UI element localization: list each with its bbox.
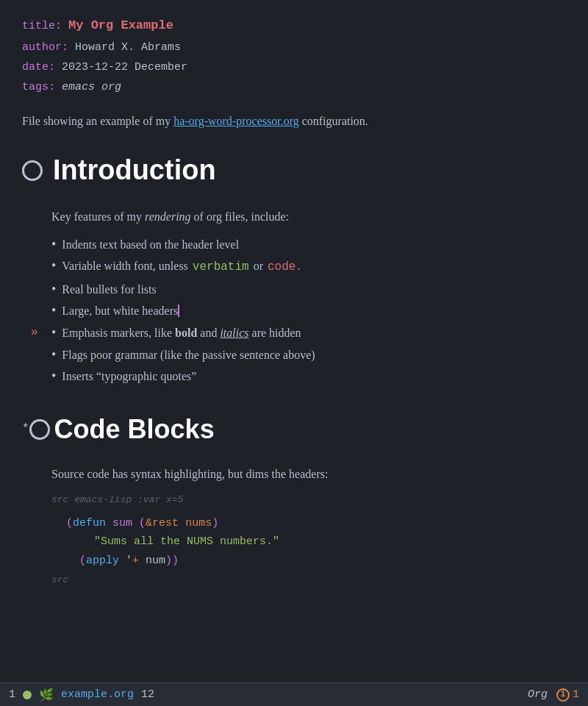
list-item: • Large, but white headers xyxy=(51,302,566,321)
title-key: title: xyxy=(22,20,62,32)
defun-keyword: defun xyxy=(73,517,106,530)
section1-intro: Key features of my rendering of org file… xyxy=(51,207,566,227)
list-item: • Variable width font, unless verbatim o… xyxy=(51,257,566,277)
bullet-icon: • xyxy=(51,326,56,339)
section1-list: • Indents text based on the header level… xyxy=(51,235,566,386)
list-item-text: Real bullets for lists xyxy=(62,280,156,299)
list-item: • Flags poor grammar (like the passive s… xyxy=(51,346,566,365)
nums-param: nums xyxy=(185,517,212,530)
date-key: date: xyxy=(22,61,55,74)
intro-text-after: configuration. xyxy=(302,115,368,127)
passive-marker-icon: » xyxy=(31,324,38,343)
apply-keyword: apply xyxy=(86,555,119,567)
rest-param: &rest xyxy=(146,517,179,530)
date-value: 2023-12-22 December xyxy=(62,61,187,74)
tags-key: tags: xyxy=(22,81,55,93)
status-right: Org i 1 xyxy=(528,686,579,704)
src-label-bottom: src xyxy=(51,573,566,588)
list-item-text: Flags poor grammar (like the passive sen… xyxy=(62,346,315,365)
section1-intro-before: Key features of my xyxy=(51,210,145,223)
tags-value: emacs org xyxy=(62,81,121,93)
list-item-text: Large, but white headers xyxy=(62,302,179,321)
author-key: author: xyxy=(22,41,68,54)
heading1-circle-icon xyxy=(22,160,43,181)
code-block: (defun sum (&rest nums) "Sums all the NU… xyxy=(51,511,566,574)
section1-intro-end: of org files, include: xyxy=(191,210,289,223)
paren-open: ( xyxy=(66,517,73,530)
src-label-top: src emacs-lisp :var x=5 xyxy=(51,493,566,508)
verbatim-code: verbatim xyxy=(191,260,251,274)
filename[interactable]: example.org xyxy=(61,686,134,704)
plus-fn: + xyxy=(132,555,139,567)
fname: sum xyxy=(112,517,132,530)
italics-text: italics xyxy=(220,327,248,339)
column-number: 12 xyxy=(141,686,154,704)
warning-count: 1 xyxy=(573,686,579,704)
bullet-icon: • xyxy=(51,259,56,272)
star-prefix: * xyxy=(22,420,29,439)
list-item-text: Inserts “typographic quotes” xyxy=(62,367,196,386)
author-value: Howard X. Abrams xyxy=(75,41,181,54)
meta-author-line: author: Howard X. Abrams xyxy=(22,38,566,57)
list-item: • Indents text based on the header level xyxy=(51,235,566,254)
list-item: » • Emphasis markers, like bold and ital… xyxy=(51,324,566,343)
intro-link[interactable]: ha-org-word-processor.org xyxy=(173,115,298,127)
bullet-icon: • xyxy=(51,369,56,382)
line-number: 1 xyxy=(9,686,15,704)
emacs-icon: 🌿 xyxy=(39,685,54,705)
section1-body: Key features of my rendering of org file… xyxy=(22,207,566,386)
metadata-block: title: My Org Example author: Howard X. … xyxy=(22,15,566,97)
bullet-icon: • xyxy=(51,282,56,296)
heading2-text: Code Blocks xyxy=(54,408,215,451)
section2-intro: Source code has syntax highlighting, but… xyxy=(51,465,566,484)
intro-text-before: File showing an example of my xyxy=(22,115,173,127)
list-item: • Real bullets for lists xyxy=(51,280,566,299)
bold-text: bold xyxy=(175,327,197,339)
code-line-3: (apply '+ num)) xyxy=(66,552,566,571)
section2-body: Source code has syntax highlighting, but… xyxy=(22,465,566,588)
intro-paragraph: File showing an example of my ha-org-wor… xyxy=(22,112,566,131)
docstring: "Sums all the NUMS numbers." xyxy=(81,535,279,548)
list-item-text: Emphasis markers, like bold and italics … xyxy=(62,324,301,343)
meta-date-line: date: 2023-12-22 December xyxy=(22,57,566,77)
section1-intro-italic: rendering xyxy=(145,210,191,223)
bullet-icon: • xyxy=(51,238,56,251)
meta-title-line: title: My Org Example xyxy=(22,15,566,38)
status-dot-icon xyxy=(23,691,32,699)
code-code: code xyxy=(266,260,297,274)
heading2-circle-icon xyxy=(29,419,50,440)
section1-heading: Introduction xyxy=(22,148,566,193)
list-item-text: Variable width font, unless verbatim or … xyxy=(62,257,300,277)
meta-tags-line: tags: emacs org xyxy=(22,77,566,97)
warning-icon: i xyxy=(556,688,570,702)
section2-heading-row: * Code Blocks xyxy=(22,408,566,451)
mode-indicator: Org xyxy=(528,686,548,704)
code-line-1: (defun sum (&rest nums) xyxy=(66,514,566,533)
warning-indicator: i 1 xyxy=(556,686,579,704)
bullet-icon: • xyxy=(51,304,56,317)
heading1-text: Introduction xyxy=(53,148,216,193)
list-item-text: Indents text based on the header level xyxy=(62,235,239,254)
code-line-2: "Sums all the NUMS numbers." xyxy=(66,532,566,552)
list-item: • Inserts “typographic quotes” xyxy=(51,367,566,386)
status-bar: 1 🌿 example.org 12 Org i 1 xyxy=(0,682,588,706)
bullet-icon: • xyxy=(51,348,56,361)
content-area: title: My Org Example author: Howard X. … xyxy=(0,0,588,635)
title-value: My Org Example xyxy=(68,18,173,32)
cursor xyxy=(178,304,179,317)
